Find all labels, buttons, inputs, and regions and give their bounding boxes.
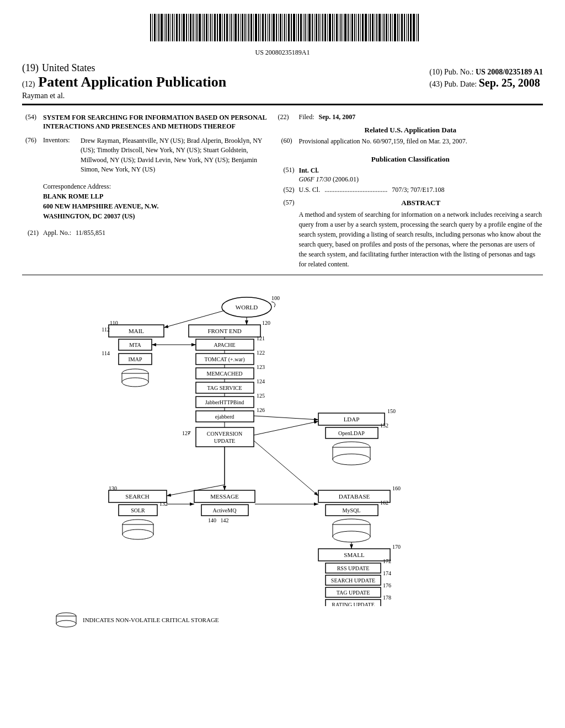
svg-rect-76: [318, 14, 319, 41]
svg-rect-35: [226, 14, 228, 41]
country-name: United States: [42, 62, 95, 74]
svg-rect-69: [303, 14, 303, 41]
n132-label: 132: [159, 501, 168, 507]
section-57-num: (57): [278, 199, 295, 269]
svg-rect-64: [291, 14, 292, 41]
svg-rect-1: [150, 14, 151, 41]
svg-rect-8: [166, 14, 167, 41]
svg-rect-89: [348, 14, 349, 41]
pub-date-value: Sep. 25, 2008: [479, 77, 540, 89]
inventors-label: Inventors:: [43, 136, 76, 175]
svg-rect-17: [186, 14, 187, 41]
svg-rect-72: [308, 14, 311, 41]
svg-line-176: [254, 441, 318, 496]
svg-rect-19: [190, 14, 191, 41]
appl-label: Appl. No.:: [43, 229, 71, 237]
svg-rect-62: [286, 14, 287, 41]
n124-label: 124: [257, 378, 265, 384]
svg-rect-106: [386, 14, 387, 41]
n140-label: 140: [208, 517, 216, 523]
svg-rect-99: [370, 14, 371, 41]
svg-rect-47: [253, 14, 254, 41]
svg-rect-78: [322, 14, 323, 41]
svg-rect-44: [247, 14, 247, 41]
diagram-legend: INDICATES NON-VOLATILE CRITICAL STORAGE: [55, 612, 543, 628]
n120-label: 120: [262, 320, 270, 326]
abstract-block: (57) ABSTRACT A method and system of sea…: [278, 199, 543, 269]
applicant-name: Rayman et al.: [22, 92, 226, 100]
n172-label: 172: [383, 558, 391, 564]
svg-rect-34: [224, 14, 225, 41]
svg-rect-101: [375, 14, 375, 41]
section-22-num: (22): [278, 113, 295, 121]
svg-rect-14: [179, 14, 180, 41]
svg-rect-116: [408, 14, 409, 41]
svg-rect-56: [273, 14, 275, 41]
ldap-label: LDAP: [344, 416, 360, 422]
pub-date-line: (43) Pub. Date: Sep. 25, 2008: [429, 77, 543, 89]
conversion-update-line2: UPDATE: [214, 438, 235, 444]
svg-rect-91: [351, 14, 353, 41]
svg-rect-112: [399, 14, 400, 41]
us-cl-label: U.S. Cl.: [299, 186, 321, 194]
svg-rect-94: [358, 14, 359, 41]
svg-rect-3: [154, 14, 156, 41]
message-label: MESSAGE: [210, 493, 239, 500]
svg-rect-46: [250, 14, 252, 41]
inventors-list: Drew Rayman, Pleasantville, NY (US); Bra…: [81, 136, 267, 175]
svg-rect-115: [406, 14, 407, 41]
activemq-label: ActiveMQ: [213, 507, 237, 513]
us-cl-dots: ......................................: [324, 186, 387, 194]
n150-label: 150: [387, 408, 396, 414]
n152-label: 152: [380, 422, 388, 429]
us-cl-value: 707/3; 707/E17.108: [392, 186, 444, 194]
mysql-label: MySQL: [343, 507, 361, 513]
svg-rect-4: [157, 14, 157, 41]
svg-rect-117: [410, 14, 412, 41]
svg-rect-30: [214, 14, 216, 41]
n178-label: 178: [383, 595, 391, 601]
svg-rect-83: [334, 14, 335, 41]
barcode-image: // Generate barcode-like pattern inline: [145, 11, 420, 44]
section-76: (76) Inventors: Drew Rayman, Pleasantvil…: [22, 136, 267, 175]
svg-rect-7: [164, 14, 164, 41]
svg-rect-71: [307, 14, 307, 41]
rating-update-label: RATING UPDATE: [332, 602, 375, 606]
section-21-num: (21): [22, 229, 39, 237]
svg-rect-37: [231, 14, 232, 41]
svg-rect-15: [181, 14, 182, 41]
svg-rect-58: [278, 14, 279, 41]
svg-point-129: [122, 378, 148, 387]
svg-rect-102: [376, 14, 377, 41]
tag-update-label: TAG UPDATE: [337, 590, 370, 596]
barcode-area: // Generate barcode-like pattern inline: [22, 11, 543, 46]
svg-rect-79: [324, 14, 326, 41]
svg-rect-51: [262, 14, 264, 41]
svg-rect-26: [206, 14, 207, 41]
svg-rect-28: [210, 14, 211, 41]
svg-rect-48: [255, 14, 257, 41]
svg-rect-61: [284, 14, 285, 41]
svg-rect-6: [161, 14, 163, 41]
n123-label: 123: [257, 364, 265, 370]
related-text: Provisional application No. 60/907,159, …: [299, 137, 467, 146]
svg-point-182: [56, 620, 76, 627]
apache-label: APACHE: [214, 342, 235, 348]
int-cl-class: G06F 17/30: [299, 175, 331, 183]
svg-rect-21: [195, 14, 195, 41]
svg-rect-66: [296, 14, 297, 41]
svg-rect-108: [390, 14, 391, 41]
world-label: WORLD: [236, 304, 258, 311]
n121-label: 121: [257, 335, 265, 341]
pub-num-label: (10) Pub. No.:: [429, 68, 473, 76]
svg-rect-10: [170, 14, 171, 41]
svg-rect-18: [188, 14, 189, 41]
related-block: Related U.S. Application Data (60) Provi…: [278, 126, 543, 151]
svg-rect-5: [158, 14, 159, 41]
svg-rect-9: [168, 14, 169, 41]
svg-point-143: [333, 454, 370, 465]
svg-rect-105: [383, 14, 385, 41]
n100-label: 100: [271, 295, 280, 301]
svg-line-171: [254, 421, 318, 435]
svg-rect-38: [233, 14, 233, 41]
